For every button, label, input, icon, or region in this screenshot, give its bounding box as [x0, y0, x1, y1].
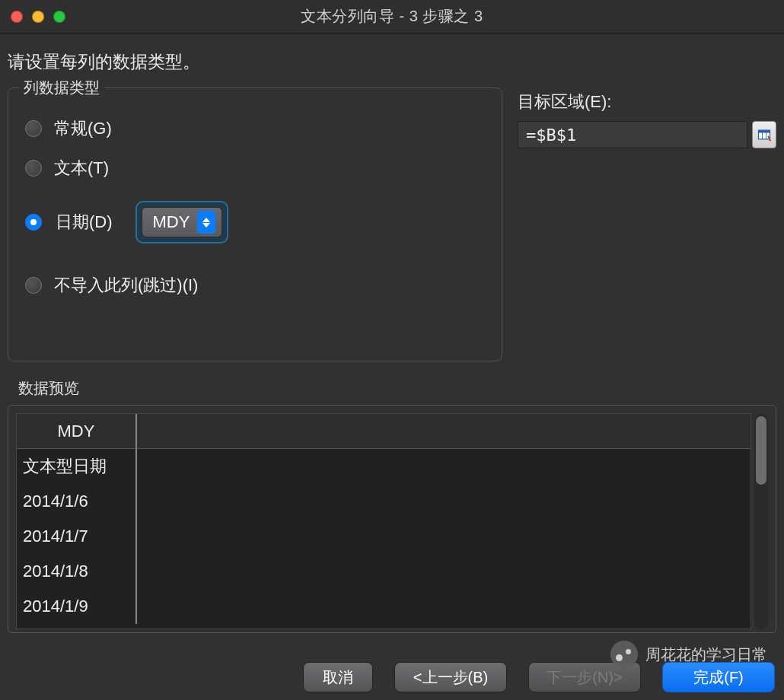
preview-row: 2014/1/8	[17, 554, 751, 589]
radio-text[interactable]: 文本(T)	[25, 157, 485, 180]
radio-date[interactable]: 日期(D) MDY	[25, 201, 485, 243]
maximize-icon[interactable]	[53, 11, 65, 23]
select-stepper-icon	[197, 211, 215, 234]
button-label: 下一步(N)>	[547, 667, 622, 688]
button-label: 完成(F)	[693, 667, 744, 688]
back-button[interactable]: <上一步(B)	[394, 662, 507, 692]
scrollbar-thumb[interactable]	[756, 416, 766, 485]
range-picker-button[interactable]	[752, 121, 776, 148]
preview-header-row: MDY	[17, 414, 751, 449]
window-title: 文本分列向导 - 3 步骤之 3	[301, 6, 483, 27]
preview-grid[interactable]: MDY 文本型日期 2014/1/6 2014/1/7 2014/1/8	[16, 413, 751, 629]
minimize-icon[interactable]	[32, 11, 44, 23]
destination-label: 目标区域(E):	[518, 91, 776, 113]
preview-cell: 2014/1/6	[17, 484, 137, 519]
button-label: 取消	[323, 667, 353, 688]
preview-row: 文本型日期	[17, 449, 751, 484]
preview-row: 2014/1/7	[17, 519, 751, 554]
radio-icon	[25, 277, 42, 294]
radio-label: 常规(G)	[54, 117, 112, 140]
preview-cell: 文本型日期	[17, 449, 137, 484]
date-format-select-wrap: MDY	[135, 201, 229, 243]
column-type-caption: 列数据类型	[19, 78, 104, 98]
date-format-value: MDY	[153, 212, 190, 232]
radio-label: 不导入此列(跳过)(I)	[54, 274, 198, 297]
preview-scrollbar[interactable]	[754, 413, 768, 629]
table-icon	[757, 127, 772, 142]
titlebar: 文本分列向导 - 3 步骤之 3	[0, 0, 784, 33]
wizard-instruction: 请设置每列的数据类型。	[8, 50, 776, 74]
preview-cell: 2014/1/9	[17, 589, 137, 624]
radio-icon	[25, 120, 42, 137]
preview-frame: MDY 文本型日期 2014/1/6 2014/1/7 2014/1/8	[8, 405, 776, 633]
window-controls	[11, 11, 65, 23]
next-button: 下一步(N)>	[528, 662, 641, 692]
radio-icon	[25, 160, 42, 177]
radio-general[interactable]: 常规(G)	[25, 117, 485, 140]
radio-label: 日期(D)	[56, 211, 113, 234]
radio-skip[interactable]: 不导入此列(跳过)(I)	[25, 274, 485, 297]
preview-row: 2014/1/6	[17, 484, 751, 519]
preview-caption: 数据预览	[8, 378, 776, 399]
preview-cell: 2014/1/7	[17, 519, 137, 554]
button-label: <上一步(B)	[413, 667, 488, 688]
close-icon[interactable]	[11, 11, 23, 23]
svg-rect-1	[759, 130, 770, 132]
cancel-button[interactable]: 取消	[303, 662, 373, 692]
radio-label: 文本(T)	[54, 157, 109, 180]
finish-button[interactable]: 完成(F)	[662, 662, 775, 692]
date-format-select[interactable]: MDY	[142, 207, 223, 237]
preview-header-cell: MDY	[17, 414, 137, 449]
preview-cell: 2014/1/8	[17, 554, 137, 589]
destination-input[interactable]	[518, 121, 747, 148]
wizard-button-bar: 取消 <上一步(B) 下一步(N)> 完成(F)	[0, 662, 784, 692]
preview-header-rest	[137, 414, 751, 449]
column-type-group: 列数据类型 常规(G) 文本(T) 日期(D) MDY	[8, 88, 502, 361]
preview-row: 2014/1/9	[17, 589, 751, 624]
radio-icon	[25, 214, 42, 231]
